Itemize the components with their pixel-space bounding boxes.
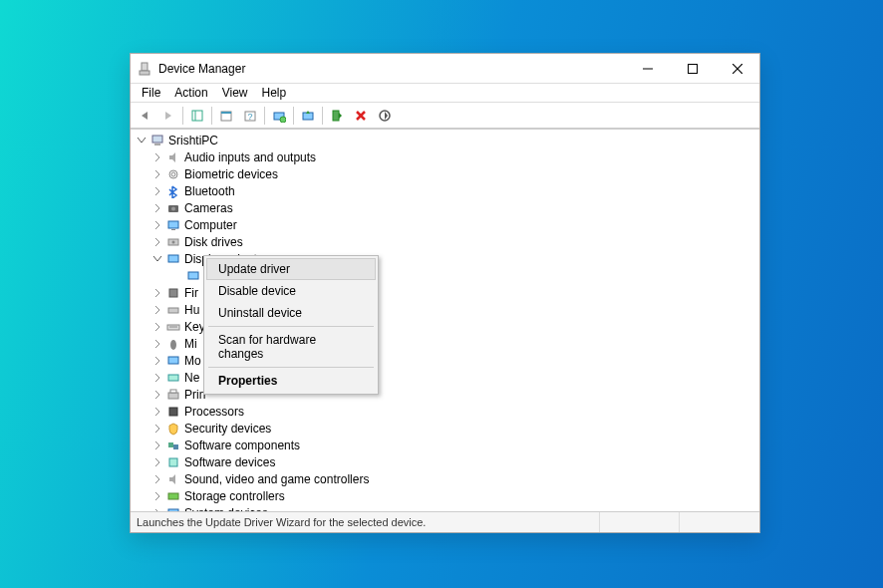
chevron-right-icon[interactable] — [150, 286, 164, 300]
tree-node-biometric[interactable]: Biometric devices — [131, 165, 759, 182]
chevron-right-icon[interactable] — [150, 184, 164, 198]
chevron-right-icon[interactable] — [150, 235, 164, 249]
svg-rect-1 — [140, 71, 149, 75]
cpu-icon — [164, 404, 181, 420]
display-adapter-icon — [184, 268, 201, 284]
window-title: Device Manager — [158, 62, 625, 76]
statusbar: Launches the Update Driver Wizard for th… — [131, 511, 759, 532]
enable-device-button[interactable] — [326, 105, 348, 127]
tree-node-audio[interactable]: Audio inputs and outputs — [131, 148, 759, 165]
device-tree[interactable]: SrishtiPC Audio inputs and outputs Biome… — [131, 129, 759, 511]
chevron-right-icon[interactable] — [150, 303, 164, 317]
maximize-button[interactable] — [670, 54, 715, 83]
chevron-right-icon[interactable] — [150, 388, 164, 402]
chevron-right-icon[interactable] — [150, 320, 164, 334]
printer-icon — [164, 387, 181, 403]
keyboard-icon — [164, 319, 181, 335]
chevron-down-icon[interactable] — [135, 134, 148, 147]
component-icon — [164, 438, 181, 453]
svg-point-13 — [280, 117, 286, 123]
shield-icon — [164, 421, 181, 437]
chevron-right-icon[interactable] — [150, 506, 164, 512]
tree-node-sound[interactable]: Sound, video and game controllers — [131, 470, 759, 487]
menu-help[interactable]: Help — [255, 85, 294, 101]
svg-rect-41 — [168, 442, 173, 447]
chevron-right-icon[interactable] — [150, 489, 164, 503]
tree-node-cameras[interactable]: Cameras — [131, 199, 759, 216]
tree-node-disk-drives[interactable]: Disk drives — [131, 233, 759, 250]
menu-item-disable-device[interactable]: Disable device — [206, 280, 376, 302]
back-button[interactable] — [134, 105, 155, 127]
svg-rect-32 — [168, 308, 178, 313]
chevron-right-icon[interactable] — [150, 218, 164, 232]
svg-rect-20 — [154, 144, 160, 146]
update-driver-button[interactable] — [297, 105, 319, 127]
chevron-down-icon[interactable] — [150, 252, 164, 266]
menu-file[interactable]: File — [135, 85, 167, 101]
status-text: Launches the Update Driver Wizard for th… — [131, 512, 600, 532]
properties-button[interactable] — [215, 105, 237, 127]
svg-rect-26 — [171, 229, 175, 230]
chevron-right-icon[interactable] — [150, 455, 164, 469]
disk-icon — [164, 234, 181, 250]
sound-icon — [164, 471, 181, 487]
window-buttons — [625, 54, 759, 83]
svg-rect-0 — [142, 63, 147, 71]
svg-text:?: ? — [247, 112, 252, 122]
help-button[interactable]: ? — [239, 105, 261, 127]
svg-point-35 — [170, 340, 176, 350]
root-label: SrishtiPC — [168, 134, 218, 147]
chevron-right-icon[interactable] — [150, 337, 164, 351]
tree-node-system[interactable]: System devices — [131, 504, 759, 511]
svg-rect-45 — [168, 509, 178, 512]
uninstall-device-button[interactable] — [350, 105, 372, 127]
chevron-right-icon[interactable] — [150, 439, 164, 452]
show-hide-tree-button[interactable] — [186, 105, 208, 127]
svg-point-28 — [171, 240, 174, 243]
svg-rect-38 — [168, 393, 178, 399]
chevron-right-icon[interactable] — [150, 371, 164, 385]
tree-node-computer[interactable]: Computer — [131, 216, 759, 233]
minimize-button[interactable] — [625, 54, 670, 83]
tree-node-bluetooth[interactable]: Bluetooth — [131, 182, 759, 199]
storage-icon — [164, 488, 181, 504]
device-manager-window: Device Manager File Action View Help ? — [130, 53, 760, 533]
menubar: File Action View Help — [131, 84, 759, 103]
disable-device-button[interactable] — [374, 105, 396, 127]
chevron-right-icon[interactable] — [150, 150, 164, 164]
tree-node-software-components[interactable]: Software components — [131, 437, 759, 453]
tree-node-storage[interactable]: Storage controllers — [131, 487, 759, 504]
svg-rect-3 — [688, 64, 697, 73]
menu-action[interactable]: Action — [167, 85, 214, 101]
svg-point-21 — [169, 170, 177, 178]
svg-rect-40 — [169, 408, 177, 416]
chevron-right-icon[interactable] — [150, 201, 164, 215]
tree-node-security[interactable]: Security devices — [131, 420, 759, 437]
menu-item-properties[interactable]: Properties — [206, 370, 376, 392]
svg-rect-39 — [170, 390, 176, 393]
scan-hardware-button[interactable] — [268, 105, 290, 127]
chevron-right-icon[interactable] — [150, 472, 164, 486]
svg-rect-19 — [152, 136, 162, 143]
close-button[interactable] — [715, 54, 759, 83]
computer-icon — [148, 133, 165, 148]
menu-item-uninstall-device[interactable]: Uninstall device — [206, 302, 376, 324]
chevron-right-icon[interactable] — [150, 422, 164, 436]
tree-root[interactable]: SrishtiPC — [131, 132, 759, 148]
menu-item-update-driver[interactable]: Update driver — [206, 258, 376, 280]
svg-point-24 — [171, 206, 175, 210]
menu-view[interactable]: View — [215, 85, 255, 101]
chevron-right-icon[interactable] — [150, 167, 164, 181]
titlebar: Device Manager — [131, 54, 759, 84]
forward-button[interactable] — [157, 105, 179, 127]
chevron-right-icon[interactable] — [150, 405, 164, 419]
svg-rect-43 — [169, 458, 177, 466]
menu-item-scan-hardware[interactable]: Scan for hardware changes — [206, 329, 376, 365]
chevron-right-icon[interactable] — [150, 354, 164, 368]
tree-node-processors[interactable]: Processors — [131, 403, 759, 420]
svg-rect-36 — [168, 357, 178, 364]
svg-rect-9 — [221, 112, 231, 114]
svg-rect-44 — [168, 493, 178, 499]
software-icon — [164, 454, 181, 470]
tree-node-software-devices[interactable]: Software devices — [131, 453, 759, 470]
